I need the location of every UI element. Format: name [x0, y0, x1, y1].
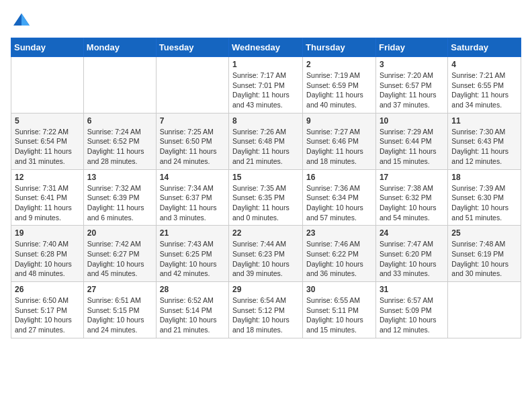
- day-number: 22: [232, 228, 299, 238]
- day-info: Sunrise: 7:47 AM Sunset: 6:20 PM Dayligh…: [380, 239, 444, 279]
- day-cell: 13Sunrise: 7:32 AM Sunset: 6:39 PM Dayli…: [83, 169, 156, 226]
- svg-marker-1: [21, 13, 30, 26]
- day-number: 7: [160, 116, 225, 126]
- day-cell: 12Sunrise: 7:31 AM Sunset: 6:41 PM Dayli…: [11, 169, 84, 226]
- weekday-header-row: SundayMondayTuesdayWednesdayThursdayFrid…: [11, 38, 521, 57]
- day-number: 8: [232, 116, 299, 126]
- day-cell: 20Sunrise: 7:42 AM Sunset: 6:27 PM Dayli…: [83, 226, 156, 282]
- day-cell: 11Sunrise: 7:30 AM Sunset: 6:43 PM Dayli…: [448, 113, 521, 169]
- day-info: Sunrise: 6:50 AM Sunset: 5:17 PM Dayligh…: [15, 295, 80, 335]
- day-number: 28: [160, 285, 225, 294]
- day-info: Sunrise: 7:44 AM Sunset: 6:23 PM Dayligh…: [232, 239, 299, 279]
- day-cell: 30Sunrise: 6:55 AM Sunset: 5:11 PM Dayli…: [303, 282, 376, 338]
- day-number: 14: [160, 173, 225, 182]
- day-cell: 6Sunrise: 7:24 AM Sunset: 6:52 PM Daylig…: [83, 113, 156, 169]
- day-cell: 2Sunrise: 7:19 AM Sunset: 6:59 PM Daylig…: [303, 57, 376, 113]
- weekday-wednesday: Wednesday: [229, 38, 303, 57]
- day-info: Sunrise: 7:34 AM Sunset: 6:37 PM Dayligh…: [160, 183, 225, 223]
- day-cell: 23Sunrise: 7:46 AM Sunset: 6:22 PM Dayli…: [303, 226, 376, 282]
- day-cell: 19Sunrise: 7:40 AM Sunset: 6:28 PM Dayli…: [11, 226, 84, 282]
- day-cell: 15Sunrise: 7:35 AM Sunset: 6:35 PM Dayli…: [229, 169, 303, 226]
- calendar: SundayMondayTuesdayWednesdayThursdayFrid…: [11, 38, 521, 338]
- day-cell: [156, 57, 228, 113]
- day-cell: 7Sunrise: 7:25 AM Sunset: 6:50 PM Daylig…: [156, 113, 228, 169]
- weekday-tuesday: Tuesday: [156, 38, 228, 57]
- header: [11, 11, 521, 30]
- page: SundayMondayTuesdayWednesdayThursdayFrid…: [0, 0, 532, 349]
- day-info: Sunrise: 7:35 AM Sunset: 6:35 PM Dayligh…: [232, 183, 299, 223]
- day-number: 24: [380, 228, 444, 238]
- day-cell: 10Sunrise: 7:29 AM Sunset: 6:44 PM Dayli…: [375, 113, 447, 169]
- day-cell: 8Sunrise: 7:26 AM Sunset: 6:48 PM Daylig…: [229, 113, 303, 169]
- day-info: Sunrise: 6:55 AM Sunset: 5:11 PM Dayligh…: [306, 295, 372, 335]
- day-number: 2: [306, 60, 372, 69]
- day-cell: 26Sunrise: 6:50 AM Sunset: 5:17 PM Dayli…: [11, 282, 84, 338]
- day-info: Sunrise: 7:32 AM Sunset: 6:39 PM Dayligh…: [87, 183, 152, 223]
- week-row-4: 19Sunrise: 7:40 AM Sunset: 6:28 PM Dayli…: [11, 226, 521, 282]
- day-number: 6: [87, 116, 152, 126]
- weekday-friday: Friday: [375, 38, 447, 57]
- day-number: 27: [87, 285, 152, 294]
- day-cell: 28Sunrise: 6:52 AM Sunset: 5:14 PM Dayli…: [156, 282, 228, 338]
- day-number: 11: [451, 116, 517, 126]
- day-number: 13: [87, 173, 152, 182]
- day-info: Sunrise: 7:27 AM Sunset: 6:46 PM Dayligh…: [306, 127, 372, 167]
- day-cell: 9Sunrise: 7:27 AM Sunset: 6:46 PM Daylig…: [303, 113, 376, 169]
- day-number: 26: [15, 285, 80, 294]
- day-number: 1: [232, 60, 299, 69]
- day-cell: 29Sunrise: 6:54 AM Sunset: 5:12 PM Dayli…: [229, 282, 303, 338]
- day-cell: [448, 282, 521, 338]
- day-info: Sunrise: 7:26 AM Sunset: 6:48 PM Dayligh…: [232, 127, 299, 167]
- day-number: 17: [380, 173, 444, 182]
- day-cell: 4Sunrise: 7:21 AM Sunset: 6:55 PM Daylig…: [448, 57, 521, 113]
- day-number: 23: [306, 228, 372, 238]
- day-number: 29: [232, 285, 299, 294]
- day-number: 15: [232, 173, 299, 182]
- day-info: Sunrise: 6:57 AM Sunset: 5:09 PM Dayligh…: [380, 295, 444, 335]
- day-info: Sunrise: 7:29 AM Sunset: 6:44 PM Dayligh…: [380, 127, 444, 167]
- day-cell: 25Sunrise: 7:48 AM Sunset: 6:19 PM Dayli…: [448, 226, 521, 282]
- day-cell: 5Sunrise: 7:22 AM Sunset: 6:54 PM Daylig…: [11, 113, 84, 169]
- day-info: Sunrise: 7:36 AM Sunset: 6:34 PM Dayligh…: [306, 183, 372, 223]
- day-cell: 17Sunrise: 7:38 AM Sunset: 6:32 PM Dayli…: [375, 169, 447, 226]
- day-number: 10: [380, 116, 444, 126]
- day-number: 12: [15, 173, 80, 182]
- day-info: Sunrise: 7:21 AM Sunset: 6:55 PM Dayligh…: [451, 71, 517, 110]
- day-number: 4: [451, 60, 517, 69]
- day-cell: 1Sunrise: 7:17 AM Sunset: 7:01 PM Daylig…: [229, 57, 303, 113]
- day-cell: [83, 57, 156, 113]
- day-info: Sunrise: 7:25 AM Sunset: 6:50 PM Dayligh…: [160, 127, 225, 167]
- day-info: Sunrise: 7:40 AM Sunset: 6:28 PM Dayligh…: [15, 239, 80, 279]
- day-info: Sunrise: 7:20 AM Sunset: 6:57 PM Dayligh…: [380, 71, 444, 110]
- day-info: Sunrise: 7:46 AM Sunset: 6:22 PM Dayligh…: [306, 239, 372, 279]
- day-info: Sunrise: 7:24 AM Sunset: 6:52 PM Dayligh…: [87, 127, 152, 167]
- day-info: Sunrise: 7:42 AM Sunset: 6:27 PM Dayligh…: [87, 239, 152, 279]
- day-number: 16: [306, 173, 372, 182]
- day-cell: 3Sunrise: 7:20 AM Sunset: 6:57 PM Daylig…: [375, 57, 447, 113]
- week-row-2: 5Sunrise: 7:22 AM Sunset: 6:54 PM Daylig…: [11, 113, 521, 169]
- day-info: Sunrise: 7:43 AM Sunset: 6:25 PM Dayligh…: [160, 239, 225, 279]
- day-info: Sunrise: 6:51 AM Sunset: 5:15 PM Dayligh…: [87, 295, 152, 335]
- day-info: Sunrise: 6:52 AM Sunset: 5:14 PM Dayligh…: [160, 295, 225, 335]
- day-cell: 21Sunrise: 7:43 AM Sunset: 6:25 PM Dayli…: [156, 226, 228, 282]
- day-info: Sunrise: 7:19 AM Sunset: 6:59 PM Dayligh…: [306, 71, 372, 110]
- weekday-monday: Monday: [83, 38, 156, 57]
- day-number: 18: [451, 173, 517, 182]
- weekday-sunday: Sunday: [11, 38, 84, 57]
- day-number: 25: [451, 228, 517, 238]
- day-number: 31: [380, 285, 444, 294]
- day-info: Sunrise: 7:38 AM Sunset: 6:32 PM Dayligh…: [380, 183, 444, 223]
- day-number: 20: [87, 228, 152, 238]
- weekday-saturday: Saturday: [448, 38, 521, 57]
- day-number: 5: [15, 116, 80, 126]
- day-info: Sunrise: 6:54 AM Sunset: 5:12 PM Dayligh…: [232, 295, 299, 335]
- day-info: Sunrise: 7:30 AM Sunset: 6:43 PM Dayligh…: [451, 127, 517, 167]
- weekday-thursday: Thursday: [303, 38, 376, 57]
- day-info: Sunrise: 7:48 AM Sunset: 6:19 PM Dayligh…: [451, 239, 517, 279]
- day-info: Sunrise: 7:22 AM Sunset: 6:54 PM Dayligh…: [15, 127, 80, 167]
- week-row-5: 26Sunrise: 6:50 AM Sunset: 5:17 PM Dayli…: [11, 282, 521, 338]
- day-number: 9: [306, 116, 372, 126]
- day-number: 19: [15, 228, 80, 238]
- day-cell: 27Sunrise: 6:51 AM Sunset: 5:15 PM Dayli…: [83, 282, 156, 338]
- logo: [11, 11, 31, 30]
